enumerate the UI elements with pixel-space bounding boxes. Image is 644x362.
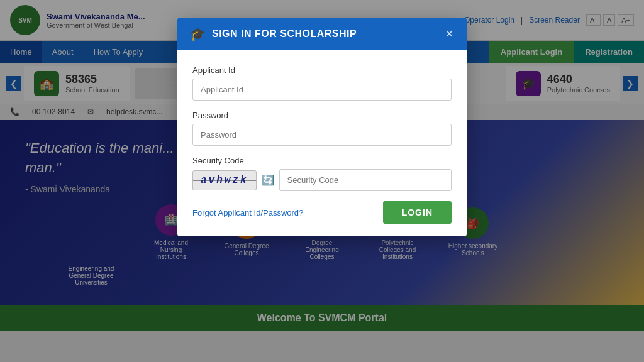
forgot-link[interactable]: Forgot Applicant Id/Password? <box>192 208 303 217</box>
password-group: Password <box>192 111 452 146</box>
security-code-group: Security Code avhwzk 🔄 <box>192 156 452 191</box>
login-btn[interactable]: LOGIN <box>383 201 452 224</box>
modal-header: 🎓 SIGN IN FOR SCHOLARSHIP ✕ <box>177 18 467 50</box>
applicant-id-input[interactable] <box>192 79 452 101</box>
modal-title: SIGN IN FOR SCHOLARSHIP <box>212 28 357 40</box>
password-label: Password <box>192 111 452 120</box>
modal-header-icon: 🎓 <box>190 26 206 41</box>
captcha-text: avhwzk <box>201 175 248 186</box>
security-code-input[interactable] <box>279 169 452 191</box>
captcha-refresh-btn[interactable]: 🔄 <box>262 174 274 186</box>
applicant-id-label: Applicant Id <box>192 65 452 75</box>
applicant-id-group: Applicant Id <box>192 65 452 101</box>
captcha-image: avhwzk <box>192 170 257 190</box>
modal-footer: Forgot Applicant Id/Password? LOGIN <box>192 201 452 224</box>
signin-modal: 🎓 SIGN IN FOR SCHOLARSHIP ✕ Applicant Id… <box>177 18 467 236</box>
modal-body: Applicant Id Password Security Code avhw… <box>177 50 467 236</box>
modal-close-btn[interactable]: ✕ <box>445 27 454 41</box>
password-input[interactable] <box>192 124 452 146</box>
security-row: avhwzk 🔄 <box>192 169 452 191</box>
security-code-label: Security Code <box>192 156 452 165</box>
